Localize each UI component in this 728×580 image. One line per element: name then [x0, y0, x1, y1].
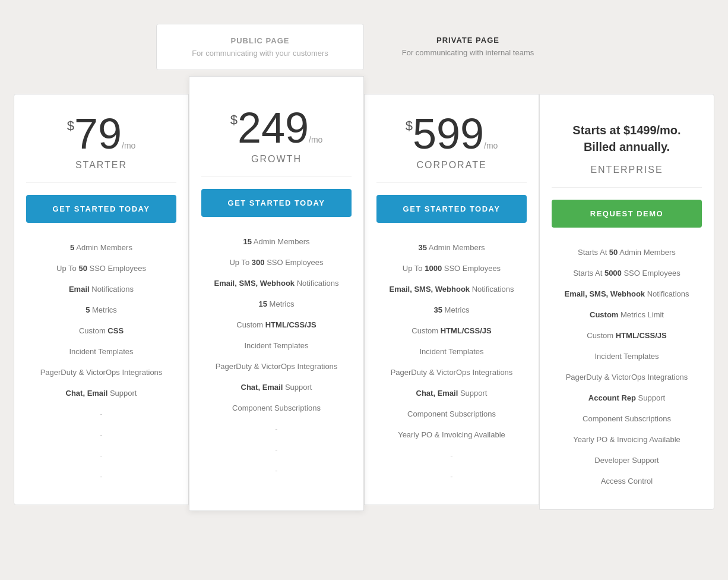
feature-item: Component Subscriptions: [376, 404, 527, 424]
features-list: Starts At 50 Admin MembersStarts At 5000…: [552, 242, 702, 491]
feature-item: -: [376, 445, 527, 466]
toggle-private-subtitle: For communicating with internal teams: [378, 48, 558, 57]
price-enterprise: Starts at $1499/mo.Billed annually.: [552, 112, 702, 160]
pricing-card-growth: $ 249 /mo GROWTH GET STARTED TODAY 15 Ad…: [189, 76, 364, 511]
feature-item: Chat, Email Support: [376, 383, 527, 404]
plan-name: STARTER: [26, 160, 176, 171]
feature-item: Custom Metrics Limit: [552, 304, 702, 325]
feature-item: Custom CSS: [26, 320, 176, 341]
feature-item: 5 Admin Members: [26, 237, 176, 258]
cta-button-growth[interactable]: GET STARTED TODAY: [201, 189, 352, 217]
feature-item: Incident Templates: [552, 346, 702, 367]
price-symbol: $: [406, 118, 413, 134]
feature-item: Access Control: [552, 471, 702, 491]
features-list: 15 Admin MembersUp To 300 SSO EmployeesE…: [201, 231, 352, 481]
feature-item: -: [201, 418, 352, 439]
feature-item: 35 Admin Members: [376, 237, 527, 258]
plan-name: ENTERPRISE: [552, 165, 702, 175]
price-block-enterprise: Starts at $1499/mo.Billed annually. ENTE…: [552, 112, 702, 175]
feature-item: Custom HTML/CSS/JS: [552, 325, 702, 346]
pricing-card-starter: $ 79 /mo STARTER GET STARTED TODAY 5 Adm…: [14, 94, 189, 505]
feature-item: Email Notifications: [26, 279, 176, 300]
feature-item: Starts At 50 Admin Members: [552, 242, 702, 263]
feature-item: Chat, Email Support: [26, 383, 176, 404]
feature-item: Email, SMS, Webhook Notifications: [376, 279, 527, 300]
feature-item: PagerDuty & VictorOps Integrations: [26, 362, 176, 383]
feature-item: Up To 50 SSO Employees: [26, 258, 176, 279]
feature-item: PagerDuty & VictorOps Integrations: [201, 356, 352, 377]
page-toggle-container: PUBLIC PAGE For communicating with your …: [0, 24, 728, 70]
feature-item: Yearly PO & Invoicing Available: [552, 429, 702, 450]
feature-item: Up To 300 SSO Employees: [201, 252, 352, 273]
pricing-container: $ 79 /mo STARTER GET STARTED TODAY 5 Adm…: [8, 94, 720, 511]
feature-item: 15 Metrics: [201, 294, 352, 314]
price-block-starter: $ 79 /mo STARTER: [26, 112, 176, 171]
price-number: 249: [238, 106, 309, 149]
feature-item: -: [26, 445, 176, 466]
pricing-card-corporate: $ 599 /mo CORPORATE GET STARTED TODAY 35…: [364, 94, 539, 505]
price-period: /mo: [122, 141, 135, 150]
cta-button-starter[interactable]: GET STARTED TODAY: [26, 195, 176, 223]
feature-item: Yearly PO & Invoicing Available: [376, 424, 527, 445]
cta-button-enterprise[interactable]: REQUEST DEMO: [552, 200, 702, 228]
feature-item: -: [376, 466, 527, 487]
plan-name: GROWTH: [201, 154, 352, 165]
feature-item: Incident Templates: [201, 335, 352, 356]
toggle-public[interactable]: PUBLIC PAGE For communicating with your …: [156, 24, 364, 70]
feature-item: -: [201, 460, 352, 481]
feature-item: 35 Metrics: [376, 300, 527, 320]
feature-item: Incident Templates: [26, 341, 176, 362]
feature-item: Developer Support: [552, 450, 702, 471]
toggle-private-title: PRIVATE PAGE: [378, 36, 558, 45]
feature-item: PagerDuty & VictorOps Integrations: [552, 367, 702, 387]
feature-item: -: [201, 439, 352, 460]
price-symbol: $: [230, 112, 238, 128]
feature-item: Incident Templates: [376, 341, 527, 362]
toggle-public-title: PUBLIC PAGE: [171, 36, 349, 45]
feature-item: Custom HTML/CSS/JS: [376, 320, 527, 341]
features-list: 35 Admin MembersUp To 1000 SSO Employees…: [376, 237, 527, 487]
feature-item: Starts At 5000 SSO Employees: [552, 263, 702, 283]
toggle-public-subtitle: For communicating with your customers: [171, 49, 349, 58]
feature-item: Chat, Email Support: [201, 377, 352, 398]
features-list: 5 Admin MembersUp To 50 SSO EmployeesEma…: [26, 237, 176, 487]
feature-item: Email, SMS, Webhook Notifications: [201, 273, 352, 294]
feature-item: PagerDuty & VictorOps Integrations: [376, 362, 527, 383]
feature-item: -: [26, 466, 176, 487]
feature-item: Component Subscriptions: [552, 408, 702, 429]
toggle-private[interactable]: PRIVATE PAGE For communicating with inte…: [364, 24, 572, 70]
price-number: 599: [413, 112, 484, 155]
cta-button-corporate[interactable]: GET STARTED TODAY: [376, 195, 527, 223]
price-number: 79: [74, 112, 122, 155]
feature-item: Account Rep Support: [552, 387, 702, 408]
price-symbol: $: [67, 118, 74, 134]
price-block-corporate: $ 599 /mo CORPORATE: [376, 112, 527, 171]
price-period: /mo: [484, 141, 498, 150]
feature-item: Component Subscriptions: [201, 398, 352, 418]
feature-item: 5 Metrics: [26, 300, 176, 320]
feature-item: -: [26, 424, 176, 445]
feature-item: Custom HTML/CSS/JS: [201, 314, 352, 335]
feature-item: -: [26, 404, 176, 424]
feature-item: 15 Admin Members: [201, 231, 352, 252]
price-period: /mo: [309, 135, 322, 144]
feature-item: Email, SMS, Webhook Notifications: [552, 283, 702, 304]
price-block-growth: $ 249 /mo GROWTH: [201, 106, 352, 165]
pricing-card-enterprise: Starts at $1499/mo.Billed annually. ENTE…: [539, 94, 714, 510]
plan-name: CORPORATE: [376, 160, 527, 171]
feature-item: Up To 1000 SSO Employees: [376, 258, 527, 279]
